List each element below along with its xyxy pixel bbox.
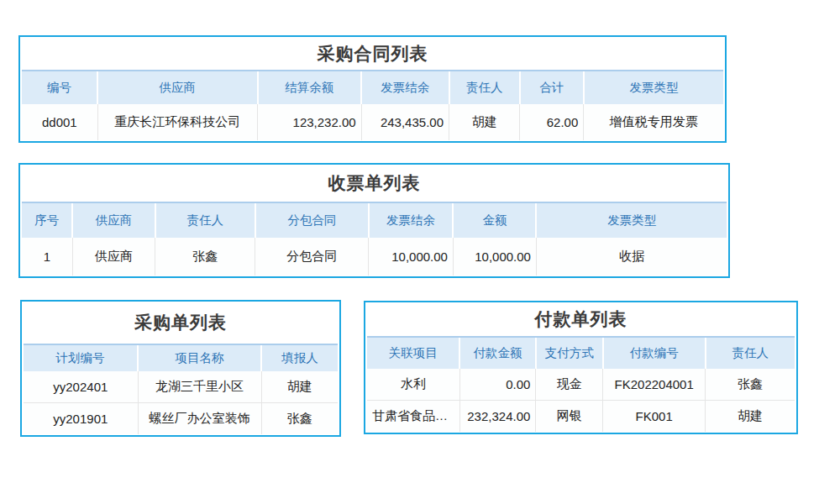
cell-invoice-balance: 243,435.00: [361, 104, 449, 140]
column-header: 供应商: [97, 71, 257, 104]
column-header: 责任人: [449, 71, 520, 104]
column-header: 编号: [22, 71, 97, 104]
cell-plan-id: yy201901: [24, 403, 138, 435]
cell-person: 张鑫: [706, 369, 795, 401]
cell-related-project: 水利: [367, 369, 459, 401]
receipt-list-panel: 收票单列表 序号 供应商 责任人 分包合同 发票结余 金额 发票类型: [18, 163, 730, 278]
cell-payment-method: 网银: [536, 401, 603, 433]
column-header: 分包合同: [255, 202, 369, 238]
cell-plan-id: yy202401: [24, 371, 138, 403]
column-header: 关联项目: [367, 337, 459, 369]
purchase-contract-table: 编号 供应商 结算余额 发票结余 责任人 合计 发票类型 dd001 重庆长江环…: [22, 70, 723, 140]
dashboard-canvas: 采购合同列表 编号 供应商 结算余额 发票结余 责任人 合计 发票类型: [0, 0, 840, 504]
table-row: yy202401 龙湖三千里小区 胡建: [24, 371, 338, 403]
cell-person: 胡建: [706, 401, 795, 433]
cell-reporter: 胡建: [261, 371, 338, 403]
column-header: 计划编号: [24, 344, 138, 371]
table-title: 采购单列表: [24, 302, 338, 344]
column-header: 填报人: [261, 344, 338, 371]
column-header: 支付方式: [536, 337, 603, 369]
column-header: 付款金额: [459, 337, 536, 369]
column-header: 付款编号: [603, 337, 706, 369]
column-header: 结算余额: [258, 71, 362, 104]
cell-invoice-type: 收据: [536, 238, 727, 276]
cell-payment-method: 现金: [536, 369, 603, 401]
cell-payment-amount: 232,324.00: [459, 401, 536, 433]
purchase-order-list-panel: 采购单列表 计划编号 项目名称 填报人 yy202401 龙湖三千里小区 胡建: [20, 300, 341, 437]
header-row: 序号 供应商 责任人 分包合同 发票结余 金额 发票类型: [22, 202, 727, 238]
column-header: 发票结余: [361, 71, 449, 104]
payment-table: 关联项目 付款金额 支付方式 付款编号 责任人 水利 0.00 现金 FK202…: [367, 336, 795, 432]
table-title: 采购合同列表: [22, 37, 723, 70]
cell-payment-amount: 0.00: [459, 369, 536, 401]
cell-person: 胡建: [449, 104, 520, 140]
column-header: 发票类型: [584, 71, 723, 104]
header-row: 关联项目 付款金额 支付方式 付款编号 责任人: [367, 337, 795, 369]
column-header: 供应商: [72, 202, 155, 238]
cell-reporter: 张鑫: [261, 403, 338, 435]
cell-amount: 10,000.00: [453, 238, 536, 276]
cell-related-project: 甘肃省食品药...: [367, 401, 459, 433]
cell-settlement-balance: 123,232.00: [258, 104, 362, 140]
column-header: 发票结余: [369, 202, 454, 238]
cell-total: 62.00: [520, 104, 584, 140]
cell-project-name: 螺丝厂办公室装饰: [138, 403, 261, 435]
cell-supplier: 供应商: [72, 238, 155, 276]
table-row: 水利 0.00 现金 FK202204001 张鑫: [367, 369, 795, 401]
receipt-table: 序号 供应商 责任人 分包合同 发票结余 金额 发票类型 1 供应商 张鑫 分包…: [22, 202, 727, 276]
purchase-order-table: 计划编号 项目名称 填报人 yy202401 龙湖三千里小区 胡建 yy2019…: [24, 344, 338, 434]
header-row: 编号 供应商 结算余额 发票结余 责任人 合计 发票类型: [22, 71, 723, 104]
cell-supplier: 重庆长江环保科技公司: [97, 104, 257, 140]
header-row: 计划编号 项目名称 填报人: [24, 344, 338, 371]
table-row: yy201901 螺丝厂办公室装饰 张鑫: [24, 403, 338, 435]
cell-project-name: 龙湖三千里小区: [138, 371, 261, 403]
table-row: 甘肃省食品药... 232,324.00 网银 FK001 胡建: [367, 401, 795, 433]
cell-contract-id: dd001: [22, 104, 97, 140]
column-header: 责任人: [706, 337, 795, 369]
cell-invoice-balance: 10,000.00: [369, 238, 454, 276]
cell-seq: 1: [22, 238, 72, 276]
table-row: dd001 重庆长江环保科技公司 123,232.00 243,435.00 胡…: [22, 104, 723, 140]
payment-list-panel: 付款单列表 关联项目 付款金额 支付方式 付款编号 责任人 水利 0.00: [364, 301, 798, 434]
table-title: 付款单列表: [367, 302, 795, 336]
column-header: 项目名称: [138, 344, 261, 371]
cell-payment-id: FK202204001: [603, 369, 706, 401]
table-row: 1 供应商 张鑫 分包合同 10,000.00 10,000.00 收据: [22, 238, 727, 276]
table-title: 收票单列表: [22, 165, 727, 202]
cell-person: 张鑫: [155, 238, 255, 276]
column-header: 金额: [453, 202, 536, 238]
column-header: 序号: [22, 202, 72, 238]
column-header: 合计: [520, 71, 584, 104]
cell-invoice-type: 增值税专用发票: [584, 104, 723, 140]
cell-subcontract: 分包合同: [255, 238, 369, 276]
purchase-contract-list-panel: 采购合同列表 编号 供应商 结算余额 发票结余 责任人 合计 发票类型: [18, 35, 727, 143]
column-header: 发票类型: [536, 202, 727, 238]
column-header: 责任人: [155, 202, 255, 238]
cell-payment-id: FK001: [603, 401, 706, 433]
